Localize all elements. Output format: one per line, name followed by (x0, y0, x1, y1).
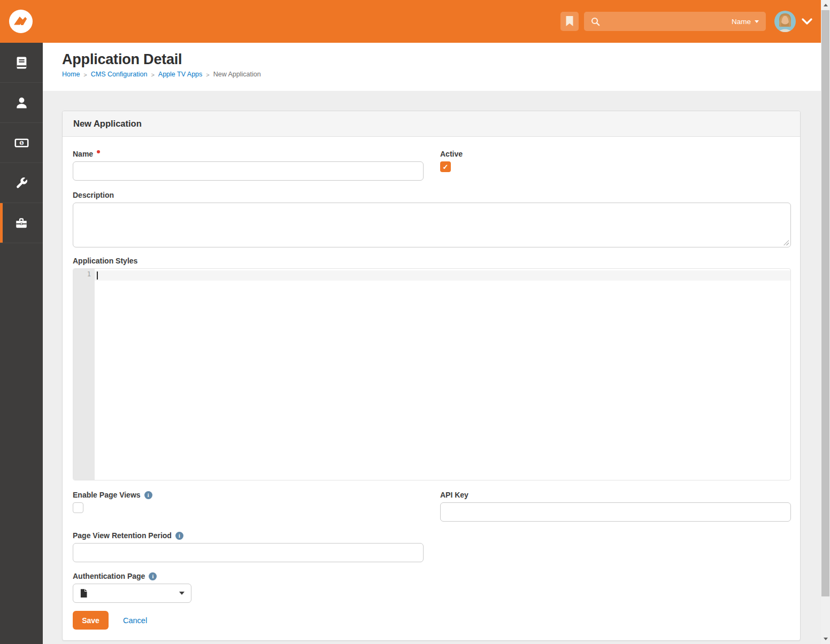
sidebar-item-installed-plugins[interactable] (0, 203, 43, 243)
page: Application Detail Home > CMS Configurat… (43, 43, 821, 644)
application-styles-field-group: Application Styles 1 (73, 257, 791, 480)
person-icon (15, 96, 28, 110)
file-icon (80, 588, 88, 598)
form-actions: Save Cancel (73, 611, 791, 630)
toolbox-icon (14, 216, 28, 230)
panel-heading: New Application (63, 111, 800, 137)
name-input[interactable] (73, 161, 424, 181)
caret-down-icon (755, 20, 759, 23)
authentication-page-label: Authentication Page (73, 572, 791, 580)
scrollbar-thumb[interactable] (821, 10, 829, 596)
text-cursor (97, 271, 98, 280)
info-icon[interactable] (149, 572, 157, 580)
api-key-field-group: API Key (440, 491, 791, 522)
save-button[interactable]: Save (73, 611, 109, 630)
description-label: Description (73, 191, 791, 199)
scroll-down-arrow-icon (824, 638, 828, 640)
avatar-photo (774, 11, 796, 32)
application-styles-label: Application Styles (73, 257, 791, 265)
line-number: 1 (73, 270, 91, 278)
active-label: Active (440, 150, 791, 158)
page-view-retention-label: Page View Retention Period (73, 532, 424, 540)
application-styles-code-editor[interactable]: 1 (73, 268, 791, 480)
code-editor-active-line (95, 270, 790, 281)
code-editor-gutter: 1 (73, 269, 95, 480)
enable-page-views-label: Enable Page Views (73, 491, 424, 499)
money-bill-icon: $ (14, 136, 29, 150)
info-icon[interactable] (144, 491, 152, 499)
api-key-label: API Key (440, 491, 791, 499)
journal-icon (15, 56, 28, 69)
svg-text:$: $ (20, 141, 22, 145)
breadcrumb-cms-configuration[interactable]: CMS Configuration (91, 71, 148, 78)
vertical-scrollbar[interactable] (821, 0, 830, 644)
authentication-page-field-group: Authentication Page (73, 572, 791, 603)
code-editor-content[interactable] (95, 269, 790, 480)
search-icon (591, 17, 600, 26)
caret-down-icon (179, 592, 185, 595)
search-type-dropdown[interactable]: Name (732, 18, 759, 26)
panel-body: Name Active Descriptio (63, 137, 800, 640)
page-header: Application Detail Home > CMS Configurat… (43, 43, 821, 91)
account-menu-chevron[interactable] (801, 16, 813, 29)
user-avatar[interactable] (774, 11, 796, 32)
top-bar: Name (0, 0, 821, 43)
sidebar-item-people[interactable] (0, 83, 43, 123)
scroll-up-button[interactable] (821, 1, 830, 10)
description-field-group: Description (73, 191, 791, 247)
name-label: Name (73, 150, 424, 158)
name-field-group: Name (73, 150, 424, 181)
required-indicator (97, 150, 100, 153)
breadcrumb: Home > CMS Configuration > Apple TV Apps… (62, 71, 821, 78)
search-type-label: Name (732, 18, 751, 26)
page-view-retention-field-group: Page View Retention Period (73, 532, 424, 562)
cancel-link[interactable]: Cancel (123, 616, 147, 625)
bookmark-button[interactable] (560, 12, 579, 31)
info-icon[interactable] (175, 532, 183, 540)
breadcrumb-apple-tv-apps[interactable]: Apple TV Apps (158, 71, 202, 78)
active-field-group: Active (440, 150, 791, 181)
page-view-retention-input[interactable] (73, 543, 424, 562)
breadcrumb-home[interactable]: Home (62, 71, 80, 78)
page-title: Application Detail (62, 51, 821, 68)
breadcrumb-separator: > (83, 72, 87, 78)
description-textarea[interactable] (73, 203, 791, 247)
search-input[interactable] (605, 17, 732, 26)
content-area: New Application Name Active (43, 91, 821, 644)
scroll-down-button[interactable] (821, 634, 830, 643)
bookmark-icon (565, 16, 574, 27)
chevron-down-icon (801, 16, 813, 27)
api-key-input[interactable] (440, 502, 791, 522)
new-application-panel: New Application Name Active (62, 111, 801, 641)
enable-page-views-checkbox[interactable] (73, 502, 83, 513)
sidebar-item-admin-tools[interactable] (0, 163, 43, 203)
enable-page-views-field-group: Enable Page Views (73, 491, 424, 522)
rock-logo-icon (9, 10, 33, 33)
scroll-up-arrow-icon (824, 4, 828, 6)
wrench-icon (15, 176, 28, 190)
breadcrumb-separator: > (206, 72, 209, 78)
sidebar-item-finance[interactable]: $ (0, 123, 43, 163)
breadcrumb-current: New Application (213, 71, 261, 78)
global-search-box[interactable]: Name (584, 12, 766, 31)
panel-title: New Application (73, 119, 142, 129)
authentication-page-picker[interactable] (73, 584, 191, 603)
active-checkbox[interactable] (440, 161, 451, 172)
rock-rms-logo[interactable] (9, 10, 33, 33)
breadcrumb-separator: > (151, 72, 154, 78)
main-sidebar: $ (0, 43, 43, 644)
sidebar-item-journal[interactable] (0, 43, 43, 83)
